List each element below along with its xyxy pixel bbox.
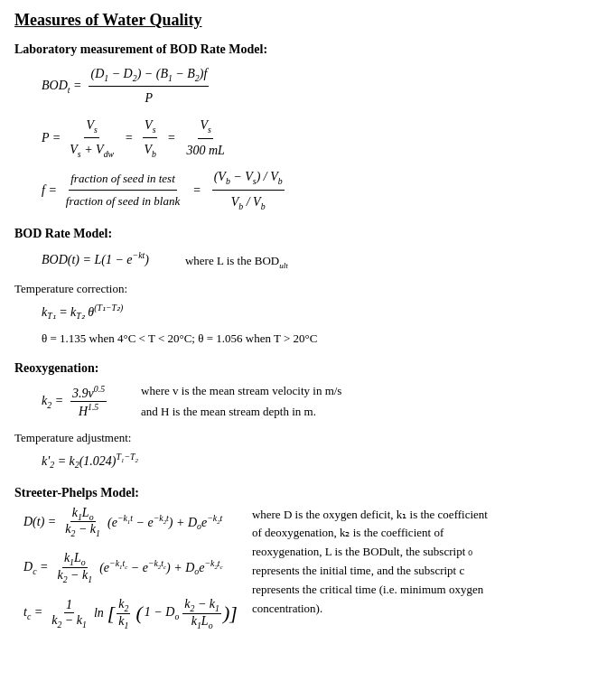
temp-adjustment-label: Temperature adjustment: — [14, 431, 602, 445]
lab-measurement-section: Laboratory measurement of BOD Rate Model… — [14, 42, 602, 214]
streeter-phelps-section: Streeter-Phelps Model: D(t) = k1Lo k2 − … — [14, 486, 602, 632]
streeter-formulas: D(t) = k1Lo k2 − k1 (e−k1t − e−k2t) + Do… — [14, 506, 238, 632]
reoxygenation-label: Reoxygenation: — [14, 361, 602, 376]
reoxygenation-section: Reoxygenation: k2 = 3.9v0.5 H1.5 where v… — [14, 361, 602, 421]
page-title: Measures of Water Quality — [14, 11, 602, 30]
streeter-dc-formula: Dc = k1Lo k2 − k1 (e−k1tc − e−k2tc) + Do… — [23, 551, 238, 584]
bod-rate-label: BOD Rate Model: — [14, 227, 602, 241]
temp-correction-formula: kT₁ = kT₂ θ(T₁−T₂) θ = 1.135 when 4°C < … — [42, 300, 602, 349]
streeter-phelps-content: D(t) = k1Lo k2 − k1 (e−k1t − e−k2t) + Do… — [14, 506, 602, 632]
streeter-phelps-label: Streeter-Phelps Model: — [14, 486, 602, 500]
streeter-note: where D is the oxygen deficit, k₁ is the… — [252, 506, 496, 619]
reoxygenation-formula: k2 = 3.9v0.5 H1.5 where v is the mean st… — [42, 381, 602, 421]
streeter-tc-formula: tc = 1 k2 − k1 ln [ k2 k1 ( 1 − Do k2 − … — [23, 597, 238, 630]
lab-measurement-label: Laboratory measurement of BOD Rate Model… — [14, 42, 602, 57]
temp-correction-section: Temperature correction: kT₁ = kT₂ θ(T₁−T… — [14, 282, 602, 349]
bod-rate-note: where L is the BODult — [185, 254, 288, 270]
theta-note: θ = 1.135 when 4°C < T < 20°C; θ = 1.056… — [42, 328, 602, 349]
reoxygenation-note: where v is the mean stream velocity in m… — [141, 381, 341, 421]
bod-t-formula: BODt = (D1 − D2) − (B1 − B2)f P P = Vs V… — [42, 62, 602, 214]
temp-adjustment-formula: k'2 = k2(1.024)T1−T2 — [42, 449, 602, 473]
temp-correction-label: Temperature correction: — [14, 282, 602, 296]
bod-rate-section: BOD Rate Model: BOD(t) = L(1 − e−kt) whe… — [14, 227, 602, 273]
streeter-dt-formula: D(t) = k1Lo k2 − k1 (e−k1t − e−k2t) + Do… — [23, 506, 238, 539]
temp-adjustment-section: Temperature adjustment: k'2 = k2(1.024)T… — [14, 431, 602, 473]
bod-rate-formula: BOD(t) = L(1 − e−kt) where L is the BODu… — [42, 247, 602, 273]
